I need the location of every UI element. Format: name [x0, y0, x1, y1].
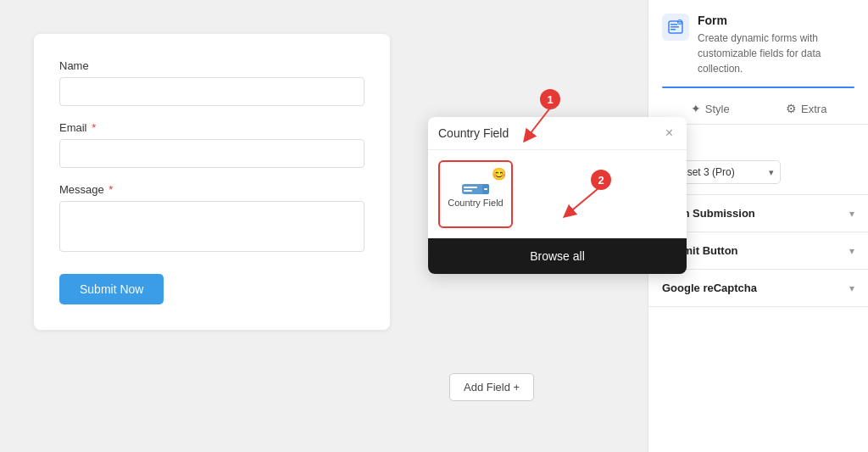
form-submission-chevron: ▾	[849, 208, 854, 220]
svg-rect-10	[670, 29, 676, 31]
svg-rect-6	[484, 188, 487, 190]
search-results: 😊 Country Field	[428, 150, 687, 238]
required-marker: *	[89, 121, 97, 134]
message-input[interactable]	[59, 201, 364, 252]
result-emoji: 😊	[492, 167, 506, 181]
panel-form-desc: Create dynamic forms with customizable f…	[698, 31, 854, 76]
result-item-label: Country Field	[448, 198, 503, 208]
name-field: Name	[59, 59, 364, 106]
style-tab-label: Style	[705, 103, 730, 115]
svg-rect-9	[670, 26, 679, 28]
extra-tab-label: Extra	[801, 103, 826, 115]
submit-button[interactable]: Submit Now	[59, 274, 164, 304]
form-panel-icon: ☰	[662, 14, 689, 41]
panel-form-title-row: ☰ Form Create dynamic forms with customi…	[662, 14, 854, 76]
search-popup-header: ×	[428, 117, 687, 150]
search-popup: × 😊 Country Field Browse all	[428, 117, 687, 274]
country-field-result[interactable]: 😊 Country Field	[438, 160, 513, 228]
add-field-button[interactable]: Add Field +	[449, 373, 534, 401]
required-marker-2: *	[106, 183, 114, 196]
panel-section-recaptcha: Google reCaptcha ▾	[648, 270, 868, 307]
step-badge-2: 2	[591, 170, 611, 190]
email-field: Email *	[59, 121, 364, 168]
style-tab-icon: ✦	[691, 102, 701, 115]
email-label: Email *	[59, 121, 364, 134]
message-field: Message *	[59, 183, 364, 252]
panel-form-info: Form Create dynamic forms with customiza…	[698, 14, 854, 76]
search-input[interactable]	[438, 126, 662, 140]
country-field-icon	[462, 181, 489, 198]
name-label: Name	[59, 59, 364, 72]
svg-text:☰: ☰	[678, 20, 682, 25]
panel-top: ☰ Form Create dynamic forms with customi…	[648, 0, 868, 125]
name-input[interactable]	[59, 77, 364, 106]
recaptcha-title: Google reCaptcha	[662, 282, 757, 294]
svg-rect-8	[670, 24, 677, 25]
form-icon-svg: ☰	[668, 20, 683, 35]
browse-all-button[interactable]: Browse all	[428, 238, 687, 274]
recaptcha-header[interactable]: Google reCaptcha ▾	[648, 270, 868, 306]
svg-rect-4	[464, 190, 472, 192]
step-badge-1: 1	[540, 89, 560, 109]
tab-extra[interactable]: ⚙ Extra	[759, 95, 855, 124]
submit-button-chevron: ▾	[849, 245, 854, 257]
email-input[interactable]	[59, 139, 364, 168]
extra-tab-icon: ⚙	[786, 102, 797, 115]
recaptcha-chevron: ▾	[849, 282, 854, 294]
form-card: Name Email * Message * Submit Now	[34, 34, 390, 330]
message-label: Message *	[59, 183, 364, 196]
canvas-area: Name Email * Message * Submit Now Add Fi…	[0, 0, 648, 452]
panel-tabs: ✦ Style ⚙ Extra	[662, 95, 854, 124]
panel-form-name: Form	[698, 14, 854, 27]
svg-rect-3	[464, 187, 477, 188]
search-close-button[interactable]: ×	[662, 126, 676, 141]
